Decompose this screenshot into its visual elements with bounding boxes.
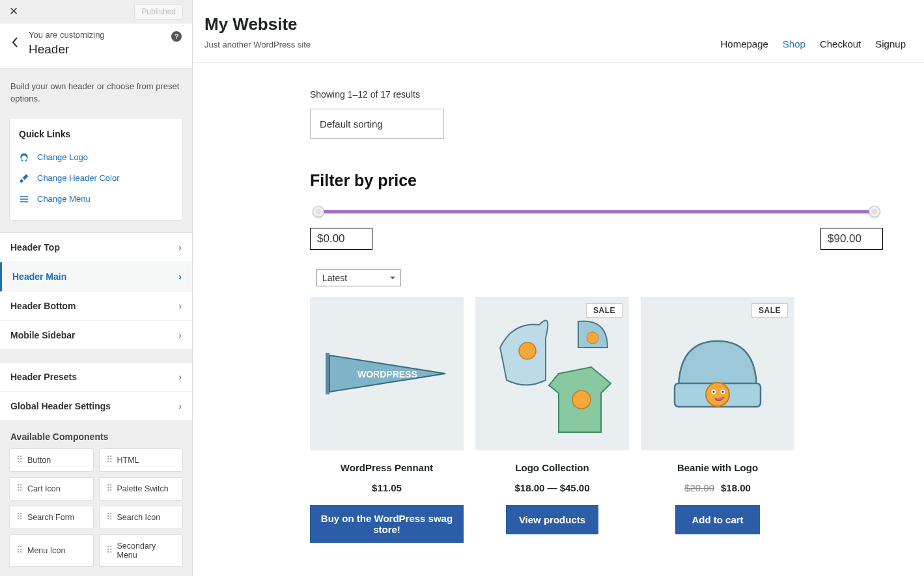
component-label: Secondary Menu bbox=[117, 542, 176, 560]
preview-frame: My Website Just another WordPress site H… bbox=[193, 0, 924, 576]
section-mobile-sidebar[interactable]: Mobile Sidebar › bbox=[0, 321, 192, 350]
component-search-form[interactable]: Search Form bbox=[9, 506, 94, 529]
product-buy-button[interactable]: Buy on the WordPress swag store! bbox=[310, 505, 464, 543]
pennant-illustration: WORDPRESS bbox=[322, 348, 452, 400]
grip-icon bbox=[16, 485, 22, 492]
product-order-select[interactable]: Latest bbox=[316, 269, 401, 286]
product-name[interactable]: Logo Collection bbox=[475, 462, 629, 473]
price-max-input[interactable]: $90.00 bbox=[820, 228, 883, 250]
section-global-header-settings[interactable]: Global Header Settings › bbox=[0, 392, 192, 420]
section-header-main[interactable]: Header Main › bbox=[0, 262, 192, 292]
product-name[interactable]: WordPress Pennant bbox=[310, 462, 464, 473]
site-title[interactable]: My Website bbox=[204, 14, 311, 34]
results-count: Showing 1–12 of 17 results bbox=[310, 89, 883, 100]
product-price: $11.05 bbox=[310, 482, 464, 493]
old-price: $20.00 bbox=[684, 482, 714, 493]
customizer-header: You are customizing Header ? bbox=[0, 23, 192, 69]
component-search-icon[interactable]: Search Icon bbox=[99, 506, 184, 529]
available-components-grid: Button HTML Cart Icon Palette Switch Sea… bbox=[0, 448, 192, 576]
sale-badge: SALE bbox=[586, 303, 623, 318]
apparel-illustration bbox=[481, 302, 624, 445]
slider-handle-max[interactable] bbox=[869, 206, 880, 217]
quick-link-label: Change Header Color bbox=[37, 173, 119, 183]
component-label: Search Icon bbox=[117, 513, 161, 522]
menu-icon bbox=[19, 194, 29, 204]
product-price: $20.00$18.00 bbox=[641, 482, 794, 493]
site-header: My Website Just another WordPress site H… bbox=[193, 0, 924, 62]
add-to-cart-button[interactable]: Add to cart bbox=[675, 505, 760, 534]
help-icon[interactable]: ? bbox=[171, 31, 182, 42]
menu-item-shop[interactable]: Shop bbox=[783, 38, 805, 49]
product-card: SALE Beanie with Logo $20.00$18.00 bbox=[641, 297, 794, 543]
section-header-bottom[interactable]: Header Bottom › bbox=[0, 292, 192, 321]
quick-link-change-logo[interactable]: Change Logo bbox=[19, 147, 173, 168]
publish-status-button[interactable]: Published bbox=[134, 4, 183, 20]
close-customizer-button[interactable]: ✕ bbox=[9, 5, 18, 18]
svg-point-3 bbox=[519, 342, 536, 359]
select-value: Latest bbox=[322, 273, 347, 283]
svg-point-5 bbox=[572, 391, 591, 409]
price-min-input[interactable]: $0.00 bbox=[310, 228, 372, 250]
grip-icon bbox=[106, 485, 112, 492]
chevron-right-icon: › bbox=[178, 301, 182, 311]
menu-item-signup[interactable]: Signup bbox=[875, 38, 906, 49]
component-palette-switch[interactable]: Palette Switch bbox=[99, 477, 184, 501]
component-menu-icon[interactable]: Menu Icon bbox=[9, 534, 94, 567]
grip-icon bbox=[106, 456, 112, 463]
component-label: Palette Switch bbox=[117, 484, 169, 493]
brush-icon bbox=[19, 173, 29, 184]
product-card: WORDPRESS WordPress Pennant $11.05 Buy o… bbox=[310, 297, 464, 543]
grip-icon bbox=[16, 514, 22, 521]
back-button[interactable] bbox=[5, 33, 25, 54]
panel-title: Header bbox=[29, 42, 171, 57]
available-components-title: Available Components bbox=[0, 421, 192, 448]
component-cart-icon[interactable]: Cart Icon bbox=[9, 477, 94, 501]
site-tagline: Just another WordPress site bbox=[204, 40, 311, 49]
section-label: Header Presets bbox=[10, 372, 77, 382]
product-card: SALE Logo Collecti bbox=[475, 297, 629, 543]
product-image[interactable]: SALE bbox=[641, 297, 794, 450]
product-name[interactable]: Beanie with Logo bbox=[641, 462, 794, 473]
menu-item-homepage[interactable]: Homepage bbox=[720, 38, 768, 49]
grip-icon bbox=[16, 547, 22, 554]
quick-link-change-menu[interactable]: Change Menu bbox=[19, 189, 173, 210]
component-label: Button bbox=[27, 456, 51, 465]
customizer-sidebar: ✕ Published You are customizing Header ?… bbox=[0, 0, 193, 576]
slider-handle-min[interactable] bbox=[313, 206, 324, 217]
product-image[interactable]: WORDPRESS bbox=[310, 297, 464, 450]
section-label: Header Bottom bbox=[10, 301, 76, 311]
price-slider[interactable] bbox=[315, 208, 878, 215]
product-price: $18.00 — $45.00 bbox=[475, 482, 629, 493]
component-label: HTML bbox=[117, 456, 139, 465]
header-extra-sections: Header Presets › Global Header Settings … bbox=[0, 362, 192, 421]
chevron-down-icon bbox=[390, 277, 395, 282]
filter-title: Filter by price bbox=[310, 171, 883, 190]
breadcrumb: You are customizing bbox=[29, 30, 171, 40]
svg-point-7 bbox=[706, 383, 729, 406]
sort-select[interactable]: Default sorting bbox=[310, 109, 444, 139]
product-image[interactable]: SALE bbox=[475, 297, 629, 450]
grip-icon bbox=[106, 514, 112, 521]
section-header-presets[interactable]: Header Presets › bbox=[0, 363, 192, 392]
chevron-right-icon: › bbox=[178, 330, 182, 340]
chevron-right-icon: › bbox=[178, 372, 182, 382]
product-grid: WORDPRESS WordPress Pennant $11.05 Buy o… bbox=[310, 297, 883, 543]
omega-icon bbox=[19, 152, 29, 163]
component-secondary-menu[interactable]: Secondary Menu bbox=[99, 534, 184, 567]
quick-links-card: Quick Links Change Logo Change Header Co… bbox=[9, 118, 183, 221]
sale-badge: SALE bbox=[751, 303, 788, 318]
component-label: Cart Icon bbox=[27, 484, 61, 493]
component-html[interactable]: HTML bbox=[99, 448, 184, 472]
svg-point-11 bbox=[721, 391, 723, 392]
section-header-top[interactable]: Header Top › bbox=[0, 233, 192, 262]
panel-description: Build your own header or choose from pre… bbox=[0, 69, 192, 117]
component-label: Search Form bbox=[27, 513, 74, 522]
component-button[interactable]: Button bbox=[9, 448, 94, 472]
quick-link-change-color[interactable]: Change Header Color bbox=[19, 168, 173, 189]
menu-item-checkout[interactable]: Checkout bbox=[820, 38, 861, 49]
grip-icon bbox=[106, 547, 112, 554]
svg-point-9 bbox=[712, 391, 714, 392]
site-nav: Homepage Shop Checkout Signup bbox=[720, 38, 906, 49]
product-view-button[interactable]: View products bbox=[506, 505, 598, 534]
customizer-topbar: ✕ Published bbox=[0, 0, 192, 23]
